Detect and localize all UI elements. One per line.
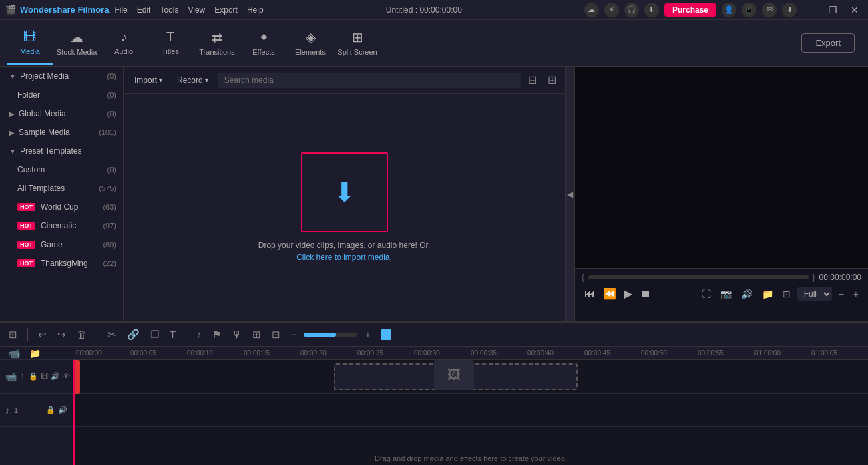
cloud-icon[interactable]: ☁: [584, 3, 599, 17]
purchase-button[interactable]: Purchase: [664, 3, 716, 17]
import-icon: ⬇: [333, 177, 356, 208]
mute-audio-button[interactable]: 🔊: [58, 406, 67, 414]
toolbar-elements[interactable]: ◈ Elements: [287, 21, 334, 65]
timeline-drop-hint: Drag and drop media and effects here to …: [73, 454, 868, 462]
drop-text: Drop your video clips, images, or audio …: [258, 239, 430, 263]
sun-icon[interactable]: ☀: [604, 3, 619, 17]
sidebar-item-thanksgiving[interactable]: HOT Thanksgiving (22): [0, 254, 123, 273]
pip-button[interactable]: ⊟: [268, 327, 284, 342]
menu-item-export[interactable]: Export: [214, 5, 238, 15]
mute-track-button[interactable]: 🔊: [51, 372, 60, 381]
playback-tools: ⏮ ⏪ ▶ ⏹: [582, 285, 654, 303]
drag-thumbnail[interactable]: 🖼: [434, 360, 474, 390]
titlebar: 🎬 Wondershare Filmora FileEditToolsViewE…: [0, 0, 868, 20]
sidebar-item-preset-templates[interactable]: ▼ Preset Templates: [0, 142, 123, 160]
audio-track-button[interactable]: ♪: [193, 327, 205, 341]
timeline-zoom-slider[interactable]: [304, 333, 357, 337]
sidebar-item-custom[interactable]: Custom (0): [0, 160, 123, 179]
sidebar-item-global-media[interactable]: ▶ Global Media (0): [0, 104, 123, 123]
import-button[interactable]: Import ▾: [129, 73, 168, 88]
export-button[interactable]: Export: [801, 33, 855, 53]
menu-item-help[interactable]: Help: [247, 5, 264, 15]
global-media-label: Global Media: [19, 109, 66, 118]
step-back-button[interactable]: ⏮: [582, 285, 598, 303]
maximize-button[interactable]: ❐: [825, 3, 841, 17]
main-area: ▼ Project Media (0) Folder (0) ▶ Global …: [0, 67, 868, 321]
stop-button[interactable]: ⏹: [638, 285, 654, 303]
media-toolbar: Import ▾ Record ▾ ⊟ ⊞: [124, 67, 565, 94]
crop-button[interactable]: ❒: [147, 327, 162, 342]
toolbar-effects[interactable]: ✦ Effects: [240, 21, 287, 65]
timeline-grid-button[interactable]: ⊞: [5, 327, 21, 342]
undo-button[interactable]: ↩: [35, 327, 50, 342]
close-button[interactable]: ✕: [847, 3, 863, 17]
sidebar-item-game[interactable]: HOT Game (89): [0, 235, 123, 254]
ruler-mark-55: 00:00:55: [698, 349, 754, 357]
zoom-out-button[interactable]: −: [836, 287, 847, 301]
preview-right-tools: ⛶ 📷 🔊 📁 ⊡ Full 1/2 1/4 1/8 − +: [699, 287, 861, 301]
toolbar-audio[interactable]: ♪ Audio: [100, 21, 147, 65]
split-button[interactable]: ✂: [104, 327, 120, 342]
record-tl-button[interactable]: 🎙: [228, 327, 245, 341]
speaker-button[interactable]: 🔊: [738, 287, 755, 301]
toolbar-stock-media[interactable]: ☁ Stock Media: [53, 21, 100, 65]
mail-icon[interactable]: ✉: [762, 3, 777, 17]
phone-icon[interactable]: 📱: [742, 3, 756, 17]
toolbar-titles[interactable]: T Titles: [147, 21, 194, 65]
sidebar-item-project-media[interactable]: ▼ Project Media (0): [0, 67, 123, 86]
fullscreen-button[interactable]: ⛶: [699, 287, 714, 301]
menu-item-file[interactable]: File: [114, 5, 127, 15]
sidebar-item-folder[interactable]: Folder (0): [0, 86, 123, 104]
drop-box[interactable]: ⬇: [301, 152, 388, 232]
delete-button[interactable]: 🗑: [73, 327, 90, 341]
import-link[interactable]: Click here to import media.: [296, 253, 392, 262]
add-clip-track-button[interactable]: 📹: [5, 347, 23, 360]
track-labels: 📹 📁 📹 1 🔒 🎞 🔊 👁 ♪ 1 🔒 🔊: [0, 347, 73, 465]
aspect-button[interactable]: ⊡: [780, 287, 793, 301]
zoom-in-button[interactable]: +: [851, 287, 861, 301]
toolbar-transitions[interactable]: ⇄ Transitions: [194, 21, 240, 65]
redo-button[interactable]: ↪: [54, 327, 69, 342]
collab-button[interactable]: ⊞: [249, 327, 264, 342]
add-audio-track-button[interactable]: 📁: [26, 347, 44, 360]
sidebar-item-cinematic[interactable]: HOT Cinematic (97): [0, 216, 123, 235]
clip-mode-button[interactable]: 🎞: [41, 372, 48, 381]
playhead[interactable]: [73, 360, 75, 465]
download2-icon[interactable]: ⬇: [782, 3, 797, 17]
sidebar-item-sample-media[interactable]: ▶ Sample Media (101): [0, 123, 123, 142]
hide-track-button[interactable]: 👁: [63, 372, 70, 381]
frame-back-button[interactable]: ⏪: [600, 285, 619, 303]
sidebar-item-world-cup[interactable]: HOT World Cup (63): [0, 198, 123, 216]
media-drop-area[interactable]: ⬇ Drop your video clips, images, or audi…: [124, 94, 565, 321]
lock-track-button[interactable]: 🔒: [29, 372, 38, 381]
filter-icon[interactable]: ⊟: [525, 72, 540, 88]
zoom-plus-tl[interactable]: +: [361, 327, 374, 341]
headset-icon[interactable]: 🎧: [624, 3, 639, 17]
ruler-mark-20: 00:00:20: [300, 349, 357, 357]
timeline-ruler[interactable]: 00:00:00 00:00:05 00:00:10 00:00:15 00:0…: [73, 347, 868, 360]
search-input[interactable]: [218, 73, 521, 88]
text-button[interactable]: T: [166, 327, 179, 341]
menu-item-edit[interactable]: Edit: [137, 5, 151, 15]
menu-item-view[interactable]: View: [188, 5, 205, 15]
menu-item-tools[interactable]: Tools: [160, 5, 178, 15]
user-avatar[interactable]: 👤: [722, 3, 736, 17]
download-icon[interactable]: ⬇: [644, 3, 659, 17]
link-button[interactable]: 🔗: [124, 327, 143, 342]
play-button[interactable]: ▶: [622, 285, 635, 303]
snapshot-button[interactable]: 📷: [718, 287, 734, 301]
collapse-panel-button[interactable]: ◀: [565, 67, 574, 321]
grid-icon[interactable]: ⊞: [544, 72, 560, 88]
quality-select[interactable]: Full 1/2 1/4 1/8: [797, 287, 832, 301]
record-button[interactable]: Record ▾: [172, 73, 214, 88]
sidebar-item-all-templates[interactable]: All Templates (575): [0, 179, 123, 198]
marker-button[interactable]: ⚑: [209, 327, 224, 342]
lock-audio-button[interactable]: 🔒: [46, 406, 55, 414]
minimize-button[interactable]: —: [802, 3, 819, 17]
ruler-mark-0: 00:00:00: [73, 349, 130, 357]
toolbar-splitscreen[interactable]: ⊞ Split Screen: [334, 21, 381, 65]
toolbar-media[interactable]: 🎞 Media: [7, 21, 53, 65]
preview-scrubber[interactable]: [588, 275, 809, 279]
folder-button[interactable]: 📁: [759, 287, 776, 301]
zoom-minus-tl[interactable]: −: [288, 327, 300, 341]
